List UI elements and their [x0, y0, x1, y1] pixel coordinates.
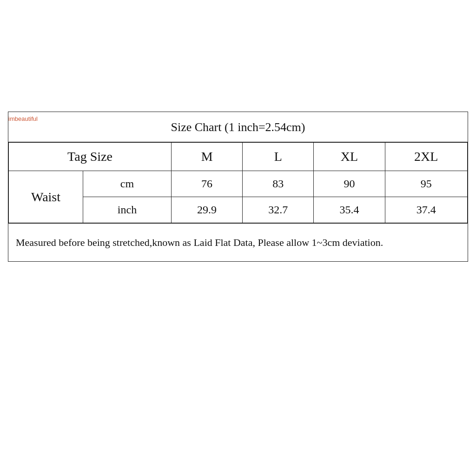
tag-size-header: Tag Size [9, 143, 172, 171]
unit-inch: inch [83, 197, 172, 223]
waist-cm-xl: 90 [314, 171, 385, 197]
waist-inch-2xl: 37.4 [385, 197, 467, 223]
size-2xl-header: 2XL [385, 143, 467, 171]
waist-label: Waist [9, 171, 83, 223]
waist-cm-l: 83 [243, 171, 314, 197]
table-header-row: Tag Size M L XL 2XL [9, 143, 468, 171]
waist-inch-l: 32.7 [243, 197, 314, 223]
footer-note: Measured before being stretched,known as… [8, 223, 468, 261]
waist-inch-m: 29.9 [172, 197, 243, 223]
size-m-header: M [172, 143, 243, 171]
size-chart-wrapper: Size Chart (1 inch=2.54cm) Tag Size M L … [8, 112, 468, 262]
waist-cm-m: 76 [172, 171, 243, 197]
waist-cm-row: Waist cm 76 83 90 95 [9, 171, 468, 197]
chart-title: Size Chart (1 inch=2.54cm) [8, 112, 468, 142]
size-l-header: L [243, 143, 314, 171]
size-table: Tag Size M L XL 2XL Waist cm 76 83 90 95 [8, 142, 468, 223]
size-xl-header: XL [314, 143, 385, 171]
waist-inch-xl: 35.4 [314, 197, 385, 223]
unit-cm: cm [83, 171, 172, 197]
waist-cm-2xl: 95 [385, 171, 467, 197]
page-container: imbeautiful Size Chart (1 inch=2.54cm) T… [0, 0, 476, 476]
